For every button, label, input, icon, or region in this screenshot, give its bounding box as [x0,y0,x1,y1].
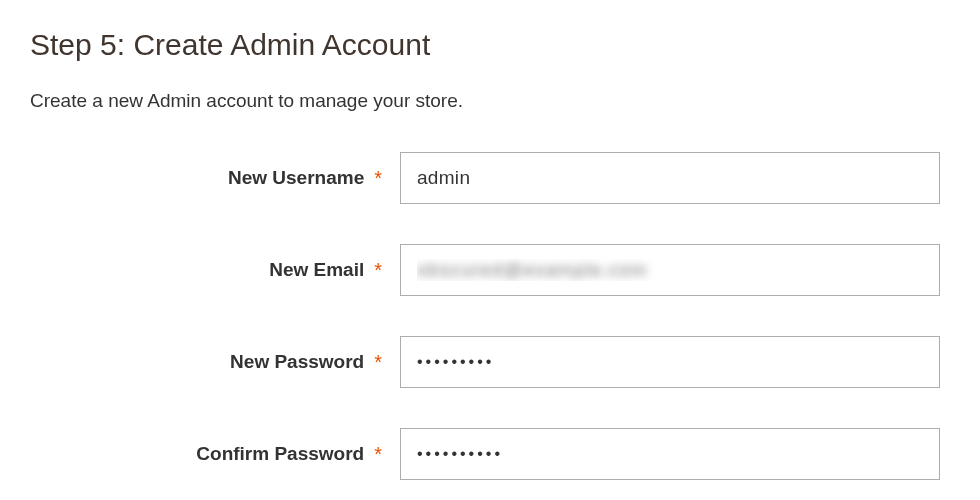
password-row: New Password * [30,336,950,388]
required-icon: * [374,167,382,190]
username-row: New Username * [30,152,950,204]
password-input[interactable] [400,336,940,388]
email-label: New Email [269,259,364,281]
password-label: New Password [230,351,364,373]
confirm-password-row: Confirm Password * [30,428,950,480]
confirm-password-input[interactable] [400,428,940,480]
username-label: New Username [228,167,364,189]
confirm-password-label-wrap: Confirm Password * [30,443,400,466]
password-label-wrap: New Password * [30,351,400,374]
required-icon: * [374,259,382,282]
page-title: Step 5: Create Admin Account [30,28,950,62]
username-input[interactable] [400,152,940,204]
email-label-wrap: New Email * [30,259,400,282]
email-input[interactable] [400,244,940,296]
required-icon: * [374,443,382,466]
email-row: New Email * [30,244,950,296]
page-description: Create a new Admin account to manage you… [30,90,950,112]
username-label-wrap: New Username * [30,167,400,190]
confirm-password-label: Confirm Password [196,443,364,465]
required-icon: * [374,351,382,374]
